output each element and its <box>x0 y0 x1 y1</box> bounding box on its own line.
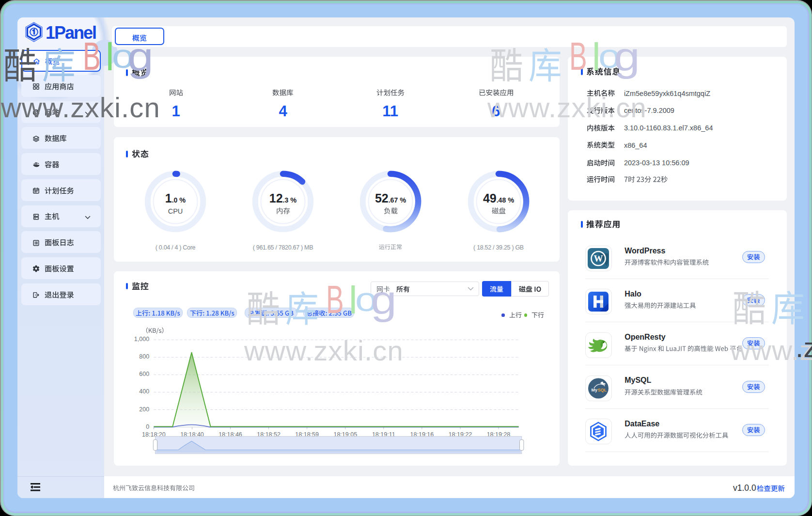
svg-text:My: My <box>592 387 598 392</box>
svg-text:W: W <box>594 253 603 264</box>
svg-text:SQL: SQL <box>598 387 607 392</box>
